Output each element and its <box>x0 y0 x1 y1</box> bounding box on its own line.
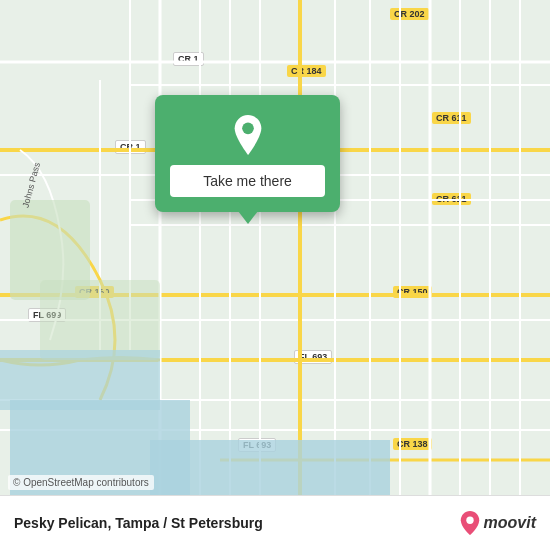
popup-card: Take me there <box>155 95 340 212</box>
location-name: Pesky Pelican, Tampa / St Petersburg <box>14 515 263 531</box>
location-pin-icon <box>228 115 268 155</box>
map-container: CR 202 CR 1 CR 184 CR 1 CR 611 CR 611 CR… <box>0 0 550 550</box>
take-me-there-button[interactable]: Take me there <box>170 165 325 197</box>
moovit-text: moovit <box>484 514 536 532</box>
svg-point-31 <box>242 123 254 135</box>
moovit-pin-icon <box>460 511 480 535</box>
osm-attribution: © OpenStreetMap contributors <box>8 475 154 490</box>
bottom-bar: Pesky Pelican, Tampa / St Petersburg moo… <box>0 495 550 550</box>
svg-point-32 <box>466 517 473 524</box>
svg-rect-27 <box>40 280 160 360</box>
street-grid-svg <box>0 0 550 550</box>
moovit-logo: moovit <box>460 511 536 535</box>
